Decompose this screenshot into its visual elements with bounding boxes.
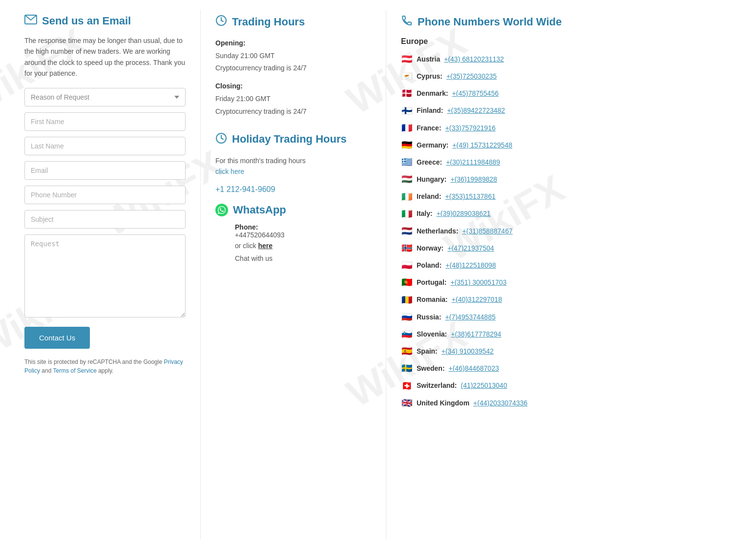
holiday-title: Holiday Trading Hours [232,132,347,147]
country-phone-link[interactable]: +(44)2033074336 [473,399,527,408]
phone-numbers-section: Phone Numbers World Wide Europe 🇦🇹 Austr… [386,10,746,539]
country-phone-link[interactable]: +(43) 68120231132 [444,55,504,64]
country-item: 🇸🇪 Sweden: +(46)844687023 [401,360,736,377]
subject-input[interactable] [24,210,186,229]
closing-time: Friday 21:00 GMT Cryptocurrency trading … [215,93,366,117]
country-flag: 🇸🇮 [401,328,413,340]
country-item: 🇫🇷 France: +(33)757921916 [401,120,736,137]
country-item: 🇷🇺 Russia: +(7)4953744885 [401,309,736,326]
country-item: 🇨🇾 Cyprus: +(35)725030235 [401,68,736,85]
opening-info: Opening: Sunday 21:00 GMT Cryptocurrency… [215,39,366,118]
country-flag: 🇦🇹 [401,53,413,65]
country-item: 🇮🇪 Ireland: +(353)15137861 [401,189,736,206]
email-input[interactable] [24,161,186,180]
country-phone-link[interactable]: +(7)4953744885 [445,313,496,322]
country-item: 🇩🇪 Germany: +(49) 15731229548 [401,137,736,154]
whatsapp-number: +447520644093 [235,231,366,239]
email-title: Send us an Email [42,15,131,27]
country-phone-link[interactable]: +(47)21937504 [447,244,494,253]
country-name: Netherlands: [417,227,459,236]
country-phone-link[interactable]: +(40)312297018 [452,295,502,305]
europe-country-list: 🇦🇹 Austria +(43) 68120231132 🇨🇾 Cyprus: … [401,51,736,412]
country-flag: 🇮🇹 [401,208,413,220]
country-flag: 🇫🇷 [401,122,413,134]
whatsapp-phone-label: Phone: [235,223,366,231]
country-item: 🇫🇮 Finland: +(35)89422723482 [401,103,736,120]
last-name-input[interactable] [24,137,186,155]
country-item: 🇳🇴 Norway: +(47)21937504 [401,240,736,257]
country-item: 🇨🇭 Switzerland: (41)225013040 [401,378,736,395]
country-item: 🇷🇴 Romania: +(40)312297018 [401,292,736,309]
country-flag: 🇳🇱 [401,225,413,237]
country-phone-link[interactable]: +(353)15137861 [445,192,496,202]
trading-clock-icon [215,15,227,29]
country-phone-link[interactable]: +(38)617778294 [451,330,501,339]
europe-header: Europe [401,37,736,46]
country-phone-link[interactable]: +(45)78755456 [452,89,499,99]
country-name: Switzerland: [417,381,457,391]
country-phone-link[interactable]: (41)225013040 [461,381,507,391]
country-name: Hungary: [417,175,446,185]
country-flag: 🇩🇰 [401,87,413,100]
country-phone-link[interactable]: +(351) 300051703 [450,278,506,288]
country-item: 🇵🇹 Portugal: +(351) 300051703 [401,274,736,291]
opening-time: Sunday 21:00 GMT Cryptocurrency trading … [215,50,366,74]
svg-line-6 [221,138,223,139]
phone-numbers-header: Phone Numbers World Wide [401,15,736,29]
reason-select[interactable]: Reason of Request [24,88,186,106]
country-flag: 🇷🇺 [401,311,413,323]
country-flag: 🇨🇾 [401,70,413,83]
country-phone-link[interactable]: +(33)757921916 [445,124,496,133]
europe-region: Europe 🇦🇹 Austria +(43) 68120231132 🇨🇾 C… [401,37,736,412]
country-item: 🇭🇺 Hungary: +(36)19989828 [401,171,736,188]
country-name: Finland: [417,106,443,116]
trading-section: Trading Hours Opening: Sunday 21:00 GMT … [200,10,386,539]
svg-line-3 [221,21,223,21]
country-item: 🇳🇱 Netherlands: +(31)858887467 [401,223,736,240]
country-phone-link[interactable]: +(35)89422723482 [447,106,505,116]
country-phone-link[interactable]: +(34) 910039542 [441,347,494,357]
first-name-input[interactable] [24,112,186,131]
country-phone-link[interactable]: +(46)844687023 [449,364,499,374]
whatsapp-header: WhatsApp [215,204,366,216]
country-name: Italy: [417,209,433,219]
country-name: Germany: [417,141,448,150]
whatsapp-title: WhatsApp [233,204,286,216]
country-phone-link[interactable]: +(30)2111984889 [446,158,500,168]
trading-title: Trading Hours [232,16,305,28]
country-item: 🇬🇧 United Kingdom +(44)2033074336 [401,395,736,412]
country-flag: 🇵🇱 [401,259,413,272]
country-flag: 🇪🇸 [401,345,413,358]
country-phone-link[interactable]: +(36)19989828 [450,175,497,185]
phone-input[interactable] [24,186,186,204]
country-phone-link[interactable]: +(49) 15731229548 [452,141,512,150]
country-flag: 🇭🇺 [401,173,413,186]
whatsapp-or-text: or click here [235,242,273,250]
country-name: France: [417,124,441,133]
terms-link[interactable]: Terms of Service [53,367,97,374]
chat-with-us-text: Chat with us [235,254,366,262]
contact-us-button[interactable]: Contact Us [24,327,90,349]
country-flag: 🇸🇪 [401,362,413,375]
email-description: The response time may be longer than usu… [24,35,186,79]
country-item: 🇵🇱 Poland: +(48)122518098 [401,257,736,274]
country-item: 🇬🇷 Greece: +(30)2111984889 [401,154,736,171]
country-flag: 🇩🇪 [401,139,413,151]
country-phone-link[interactable]: +(35)725030235 [446,72,497,82]
trading-header: Trading Hours [215,15,366,29]
country-name: Greece: [417,158,442,168]
whatsapp-here-link[interactable]: here [258,242,273,250]
click-here-link[interactable]: click here [215,168,244,175]
email-section: Send us an Email The response time may b… [10,10,200,539]
request-textarea[interactable] [24,234,186,317]
country-phone-link[interactable]: +(31)858887467 [462,227,513,236]
country-item: 🇪🇸 Spain: +(34) 910039542 [401,343,736,360]
country-flag: 🇫🇮 [401,105,413,117]
email-icon [24,15,37,27]
country-flag: 🇷🇴 [401,294,413,306]
country-phone-link[interactable]: +(39)0289038621 [437,209,491,219]
direct-phone-link[interactable]: +1 212-941-9609 [215,185,366,194]
country-name: Slovenia: [417,330,447,339]
phone-numbers-title: Phone Numbers World Wide [418,16,562,28]
country-phone-link[interactable]: +(48)122518098 [445,261,496,271]
